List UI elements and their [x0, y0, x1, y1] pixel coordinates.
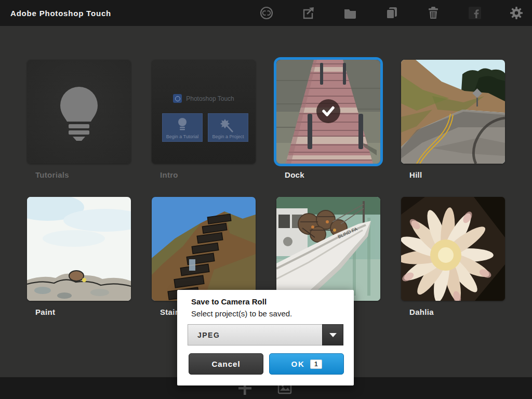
- tile-label-tutorials: Tutorials: [27, 170, 131, 179]
- project-tile-dock[interactable]: [276, 60, 380, 164]
- begin-tutorial-button: Begin a Tutorial: [162, 113, 203, 142]
- lightbulb-icon: [176, 117, 189, 134]
- facebook-icon[interactable]: [467, 5, 483, 21]
- cancel-button-label: Cancel: [211, 360, 240, 368]
- begin-project-button: Begin a Project: [208, 113, 248, 142]
- creative-cloud-icon[interactable]: [258, 5, 275, 21]
- dropdown-caret-button[interactable]: [322, 324, 343, 345]
- tutorials-lightbulb-icon: [27, 60, 131, 164]
- ok-button-label: OK: [291, 360, 305, 368]
- dialog-subtitle: Select project(s) to be saved.: [191, 309, 292, 318]
- dialog-title: Save to Camera Roll: [191, 297, 267, 306]
- intro-thumbnail: Photoshop Touch Begin a Tutorial Begin a…: [152, 60, 256, 164]
- photoshop-touch-gallery: Adobe Photoshop Touch: [0, 0, 532, 399]
- tile-label-dahlia: Dahlia: [401, 308, 505, 316]
- settings-gear-icon[interactable]: [508, 5, 525, 21]
- stairs-thumbnail: [152, 197, 256, 301]
- paint-thumbnail: [27, 197, 131, 301]
- project-tile-tutorials[interactable]: [27, 60, 131, 164]
- intro-logo-text: Photoshop Touch: [186, 95, 234, 102]
- chevron-down-icon: [329, 333, 337, 337]
- project-tile-hill[interactable]: [401, 60, 505, 164]
- tile-label-intro: Intro: [152, 170, 256, 179]
- magic-wand-icon: [220, 117, 236, 134]
- share-icon[interactable]: [300, 5, 316, 21]
- tile-label-dock: Dock: [276, 170, 380, 179]
- duplicate-icon[interactable]: [383, 5, 400, 21]
- project-tile-intro[interactable]: Photoshop Touch Begin a Tutorial Begin a…: [152, 60, 256, 164]
- trash-icon[interactable]: [425, 5, 442, 21]
- ok-button[interactable]: OK 1: [269, 353, 344, 375]
- top-toolbar: Adobe Photoshop Touch: [0, 0, 532, 26]
- dahlia-thumbnail: [401, 197, 505, 301]
- project-tile-boat[interactable]: BLIND FA: [276, 197, 380, 301]
- tile-label-hill: Hill: [401, 170, 505, 179]
- selected-check-icon: [316, 99, 340, 123]
- format-dropdown-value: JPEG: [188, 324, 322, 345]
- cancel-button[interactable]: Cancel: [189, 353, 263, 375]
- folder-icon[interactable]: [342, 5, 358, 21]
- project-tile-stairs[interactable]: [152, 197, 256, 301]
- boat-thumbnail: BLIND FA: [276, 197, 380, 301]
- hill-thumbnail: [401, 60, 505, 164]
- project-tile-dahlia[interactable]: [401, 197, 505, 301]
- tile-label-paint: Paint: [27, 308, 131, 316]
- project-tile-paint[interactable]: [27, 197, 131, 301]
- app-title: Adobe Photoshop Touch: [10, 0, 111, 26]
- selected-count-badge: 1: [310, 360, 322, 369]
- format-dropdown[interactable]: JPEG: [188, 324, 343, 345]
- photoshop-touch-logo-icon: [173, 94, 182, 103]
- save-to-camera-roll-dialog: Save to Camera Roll Select project(s) to…: [177, 290, 354, 385]
